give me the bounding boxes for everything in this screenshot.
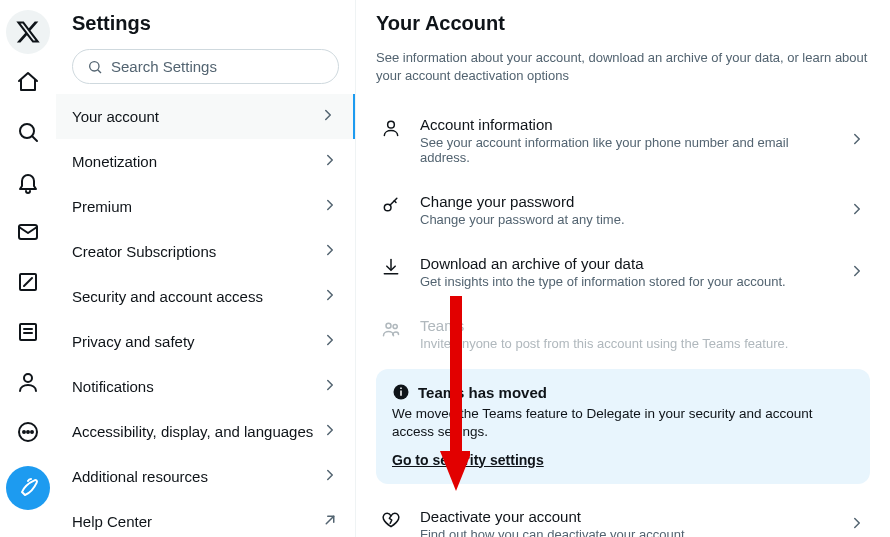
compose-button[interactable] (6, 466, 50, 510)
svg-line-1 (32, 136, 37, 141)
nav-item-label: Creator Subscriptions (72, 243, 216, 260)
nav-item-label: Premium (72, 198, 132, 215)
lists-icon[interactable] (6, 310, 50, 354)
search-input[interactable] (111, 58, 324, 75)
nav-item-help-center[interactable]: Help Center (56, 499, 355, 537)
svg-line-4 (24, 278, 32, 286)
nav-item-additional-resources[interactable]: Additional resources (56, 454, 355, 499)
row-title: Teams (420, 317, 866, 334)
chevron-right-icon (848, 130, 866, 151)
nav-item-label: Additional resources (72, 468, 208, 485)
row-title: Change your password (420, 193, 830, 210)
download-icon (380, 255, 402, 277)
search-icon[interactable] (6, 110, 50, 154)
heartbreak-icon (380, 508, 402, 530)
nav-item-privacy-and-safety[interactable]: Privacy and safety (56, 319, 355, 364)
svg-point-11 (27, 431, 29, 433)
settings-nav: Settings Your accountMonetizationPremium… (56, 0, 356, 537)
x-logo-icon[interactable] (6, 10, 50, 54)
row-subtitle: Change your password at any time. (420, 212, 830, 227)
messages-icon[interactable] (6, 210, 50, 254)
chevron-right-icon (848, 262, 866, 283)
notifications-icon[interactable] (6, 160, 50, 204)
chevron-right-icon (848, 200, 866, 221)
external-link-icon (321, 511, 339, 532)
nav-item-security-and-account-access[interactable]: Security and account access (56, 274, 355, 319)
chevron-right-icon (321, 286, 339, 307)
svg-point-12 (31, 431, 33, 433)
row-title: Download an archive of your data (420, 255, 830, 272)
row-change-password[interactable]: Change your passwordChange your password… (376, 179, 870, 241)
chevron-right-icon (321, 331, 339, 352)
row-title: Deactivate your account (420, 508, 830, 525)
nav-rail (0, 0, 56, 537)
svg-point-13 (90, 61, 99, 70)
svg-point-19 (393, 325, 397, 329)
page-description: See information about your account, down… (376, 49, 870, 84)
banner-title: Teams has moved (418, 384, 547, 401)
chevron-right-icon (321, 241, 339, 262)
chevron-right-icon (321, 421, 339, 442)
row-subtitle: Find out how you can deactivate your acc… (420, 527, 830, 537)
row-subtitle: Get insights into the type of informatio… (420, 274, 830, 289)
home-icon[interactable] (6, 60, 50, 104)
nav-item-label: Your account (72, 108, 159, 125)
chevron-right-icon (319, 106, 337, 127)
account-detail: Your Account See information about your … (356, 0, 890, 537)
row-download-archive[interactable]: Download an archive of your dataGet insi… (376, 241, 870, 303)
nav-item-creator-subscriptions[interactable]: Creator Subscriptions (56, 229, 355, 274)
profile-icon[interactable] (6, 360, 50, 404)
settings-title: Settings (56, 12, 355, 49)
svg-point-18 (386, 323, 391, 328)
key-icon (380, 193, 402, 215)
row-deactivate-account[interactable]: Deactivate your accountFind out how you … (376, 494, 870, 537)
page-title: Your Account (376, 12, 870, 35)
chevron-right-icon (321, 466, 339, 487)
svg-point-10 (23, 431, 25, 433)
info-icon (392, 383, 410, 401)
nav-item-label: Accessibility, display, and languages (72, 423, 313, 440)
row-teams: TeamsInvite anyone to post from this acc… (376, 303, 870, 365)
nav-item-label: Security and account access (72, 288, 263, 305)
row-subtitle: Invite anyone to post from this account … (420, 336, 866, 351)
row-account-information[interactable]: Account informationSee your account info… (376, 102, 870, 179)
nav-item-monetization[interactable]: Monetization (56, 139, 355, 184)
nav-item-premium[interactable]: Premium (56, 184, 355, 229)
chevron-right-icon (848, 514, 866, 535)
chevron-right-icon (321, 376, 339, 397)
svg-point-16 (388, 121, 395, 128)
grok-icon[interactable] (6, 260, 50, 304)
more-icon[interactable] (6, 410, 50, 454)
svg-rect-21 (400, 391, 402, 396)
row-title: Account information (420, 116, 830, 133)
nav-item-your-account[interactable]: Your account (56, 94, 355, 139)
nav-item-label: Notifications (72, 378, 154, 395)
chevron-right-icon (321, 151, 339, 172)
nav-item-label: Help Center (72, 513, 152, 530)
svg-line-14 (98, 69, 101, 72)
svg-line-15 (326, 516, 334, 524)
search-settings-field[interactable] (72, 49, 339, 84)
svg-point-8 (24, 374, 32, 382)
teams-moved-banner: Teams has moved We moved the Teams featu… (376, 369, 870, 483)
person-icon (380, 116, 402, 138)
nav-item-notifications[interactable]: Notifications (56, 364, 355, 409)
nav-item-label: Privacy and safety (72, 333, 195, 350)
chevron-right-icon (321, 196, 339, 217)
svg-rect-22 (400, 388, 402, 390)
banner-body: We moved the Teams feature to Delegate i… (392, 405, 854, 441)
banner-link[interactable]: Go to security settings (392, 452, 544, 468)
nav-item-accessibility-display-and-languages[interactable]: Accessibility, display, and languages (56, 409, 355, 454)
people-icon (380, 317, 402, 339)
nav-item-label: Monetization (72, 153, 157, 170)
row-subtitle: See your account information like your p… (420, 135, 830, 165)
